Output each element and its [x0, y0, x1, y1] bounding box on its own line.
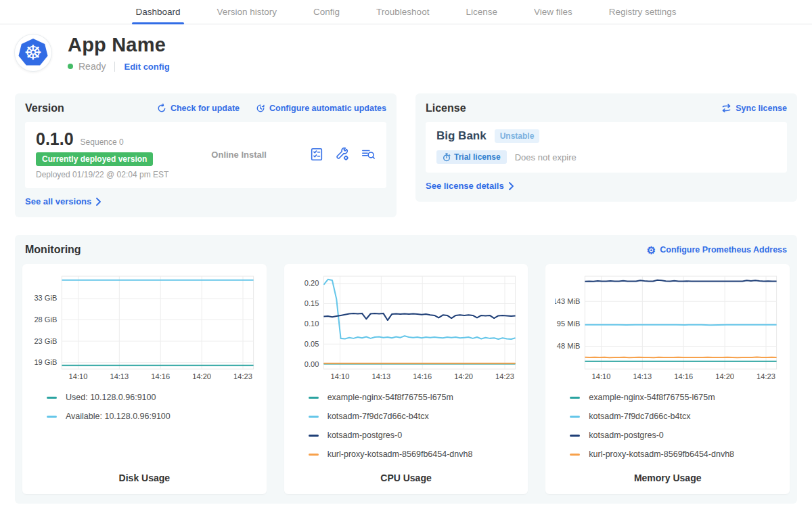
configure-automatic-updates-button[interactable]: Configure automatic updates	[256, 104, 386, 113]
see-license-details-link[interactable]: See license details	[426, 181, 514, 191]
chart-title: Memory Usage	[555, 459, 780, 483]
deployed-timestamp: Deployed 01/19/22 @ 02:04 pm EST	[36, 170, 168, 179]
svg-text:0.15: 0.15	[304, 299, 319, 307]
legend-color-dash-icon	[570, 416, 580, 418]
legend-item: kotsadm-7f9dc7d66c-b4tcx	[570, 412, 780, 421]
svg-text:14:16: 14:16	[675, 372, 694, 380]
page-title: App Name	[68, 34, 170, 56]
legend-item: kurl-proxy-kotsadm-8569fb6454-dnvh8	[570, 449, 780, 459]
tab-dashboard[interactable]: Dashboard	[117, 0, 198, 24]
legend-color-dash-icon	[570, 435, 580, 437]
status-badge: Ready	[78, 61, 106, 72]
svg-text:28 GiB: 28 GiB	[34, 315, 57, 324]
svg-text:14:16: 14:16	[151, 372, 170, 380]
legend-item: kurl-proxy-kotsadm-8569fb6454-dnvh8	[309, 449, 519, 459]
tab-registry-settings[interactable]: Registry settings	[591, 0, 695, 24]
app-header: ☸ App Name Ready Edit config	[0, 24, 812, 76]
svg-text:14:16: 14:16	[413, 372, 432, 380]
legend-item: kotsadm-postgres-0	[570, 431, 780, 440]
legend-item: kotsadm-postgres-0	[309, 431, 519, 440]
monitoring-panel-title: Monitoring	[25, 244, 81, 256]
tab-license[interactable]: License	[447, 0, 516, 24]
chevron-right-icon	[95, 198, 101, 206]
divider	[114, 62, 115, 72]
svg-text:95 MiB: 95 MiB	[557, 320, 580, 328]
svg-text:0.10: 0.10	[304, 320, 319, 328]
cpu-usage-legend: example-nginx-54f8f76755-l675mkotsadm-7f…	[294, 393, 519, 459]
legend-label: kurl-proxy-kotsadm-8569fb6454-dnvh8	[589, 449, 734, 459]
legend-label: kotsadm-postgres-0	[589, 431, 663, 440]
check-for-update-button[interactable]: Check for update	[157, 104, 240, 113]
license-type-badge: Trial license	[436, 150, 507, 164]
legend-color-dash-icon	[570, 397, 580, 399]
legend-item: example-nginx-54f8f76755-l675m	[570, 393, 780, 402]
svg-text:14:23: 14:23	[495, 372, 514, 380]
version-panel: Version Check for update Configure autom…	[15, 93, 397, 217]
legend-label: Used: 10.128.0.96:9100	[66, 393, 156, 402]
version-number: 0.1.0	[36, 129, 74, 149]
chart-title: CPU Usage	[294, 459, 519, 483]
see-all-versions-link[interactable]: See all versions	[25, 196, 101, 206]
svg-text:14:10: 14:10	[69, 372, 88, 380]
svg-text:0.20: 0.20	[304, 279, 319, 287]
deploy-logs-search-icon[interactable]	[361, 147, 376, 162]
svg-text:0.05: 0.05	[304, 340, 319, 348]
channel-badge: Unstable	[495, 129, 540, 143]
memory-usage-chart: 48 MiB95 MiB143 MiB14:1014:1314:1614:201…	[555, 272, 780, 382]
svg-text:14:23: 14:23	[233, 372, 252, 380]
legend-item: example-nginx-54f8f76755-l675m	[309, 393, 519, 402]
legend-item: Available: 10.128.0.96:9100	[47, 412, 257, 421]
svg-text:23 GiB: 23 GiB	[34, 337, 57, 345]
chevron-right-icon	[508, 182, 514, 190]
legend-label: kurl-proxy-kotsadm-8569fb6454-dnvh8	[328, 449, 473, 459]
sync-license-button[interactable]: Sync license	[721, 104, 787, 113]
cpu-usage-chart: 0.000.050.100.150.2014:1014:1314:1614:20…	[294, 272, 519, 382]
gear-icon: ⚙	[647, 245, 656, 255]
customer-name: Big Bank	[436, 129, 487, 143]
tab-version-history[interactable]: Version history	[199, 0, 296, 24]
svg-text:14:10: 14:10	[592, 372, 611, 380]
svg-text:14:13: 14:13	[633, 372, 652, 380]
svg-text:33 GiB: 33 GiB	[34, 294, 57, 302]
status-dot-icon	[68, 64, 73, 69]
config-wrench-gear-icon[interactable]	[335, 147, 350, 162]
legend-label: kotsadm-7f9dc7d66c-b4tcx	[328, 412, 429, 421]
legend-label: kotsadm-7f9dc7d66c-b4tcx	[589, 412, 690, 421]
deployed-version-badge: Currently deployed version	[36, 152, 153, 166]
tab-config[interactable]: Config	[295, 0, 358, 24]
svg-text:14:13: 14:13	[110, 372, 129, 380]
legend-color-dash-icon	[309, 435, 319, 437]
cpu-usage-chart-card: 0.000.050.100.150.2014:1014:1314:1614:20…	[284, 264, 528, 494]
disk-usage-chart-card: 19 GiB23 GiB28 GiB33 GiB14:1014:1314:161…	[22, 264, 267, 494]
edit-config-link[interactable]: Edit config	[124, 62, 169, 72]
monitoring-panel: Monitoring ⚙ Configure Prometheus Addres…	[15, 235, 797, 504]
legend-label: example-nginx-54f8f76755-l675m	[328, 393, 453, 402]
tab-troubleshoot[interactable]: Troubleshoot	[358, 0, 447, 24]
configure-prometheus-button[interactable]: ⚙ Configure Prometheus Address	[647, 245, 787, 255]
svg-text:14:20: 14:20	[454, 372, 473, 380]
disk-usage-chart: 19 GiB23 GiB28 GiB33 GiB14:1014:1314:161…	[32, 272, 257, 382]
install-type-label: Online Install	[168, 150, 309, 160]
tab-view-files[interactable]: View files	[516, 0, 591, 24]
swap-arrows-icon	[721, 104, 731, 113]
legend-color-dash-icon	[47, 416, 57, 418]
chart-title: Disk Usage	[32, 459, 257, 483]
disk-usage-legend: Used: 10.128.0.96:9100Available: 10.128.…	[32, 393, 257, 421]
preflight-checklist-icon[interactable]	[309, 147, 324, 162]
svg-text:19 GiB: 19 GiB	[34, 358, 57, 366]
legend-label: kotsadm-postgres-0	[328, 431, 402, 440]
app-logo: ☸	[15, 35, 51, 71]
license-panel-title: License	[426, 102, 466, 114]
stopwatch-icon	[443, 153, 451, 162]
legend-label: Available: 10.128.0.96:9100	[66, 412, 171, 421]
svg-text:14:23: 14:23	[757, 372, 775, 380]
svg-text:48 MiB: 48 MiB	[557, 342, 580, 350]
legend-label: example-nginx-54f8f76755-l675m	[589, 393, 715, 402]
license-card: Big Bank Unstable Trial license Does not…	[426, 122, 787, 173]
legend-color-dash-icon	[309, 397, 319, 399]
clock-refresh-icon	[256, 104, 265, 113]
refresh-circle-icon	[157, 104, 166, 113]
svg-text:14:20: 14:20	[192, 372, 211, 380]
license-panel: License Sync license Big Bank Unstable T…	[415, 93, 797, 202]
current-version-card: 0.1.0 Sequence 0 Currently deployed vers…	[25, 122, 386, 188]
